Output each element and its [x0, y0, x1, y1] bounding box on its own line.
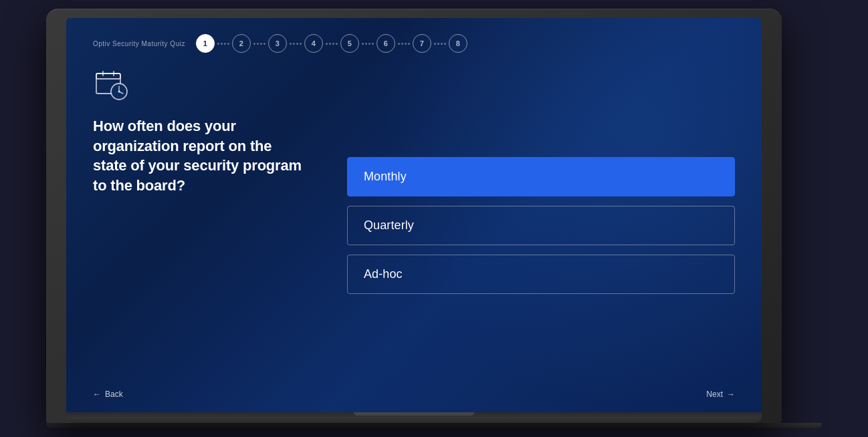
option-quarterly[interactable]: Quarterly	[347, 206, 735, 245]
step-6-number: 6	[384, 39, 388, 47]
question-icon	[93, 66, 133, 103]
step-1-number: 1	[203, 39, 207, 47]
quiz-label: Optiv Security Maturity Quiz	[93, 40, 185, 47]
step-2[interactable]: 2	[232, 34, 251, 53]
step-dots-4-5	[323, 43, 340, 45]
screen: Optiv Security Maturity Quiz 1 2	[66, 18, 762, 412]
step-dots-1-2	[215, 43, 232, 45]
step-dots-5-6	[359, 43, 376, 45]
option-monthly-label: Monthly	[364, 170, 407, 184]
step-navigation: 1 2	[196, 34, 467, 53]
step-2-number: 2	[239, 39, 243, 47]
step-5[interactable]: 5	[340, 34, 359, 53]
step-4-number: 4	[312, 39, 316, 47]
next-arrow-icon: →	[727, 390, 735, 399]
step-1[interactable]: 1	[196, 34, 215, 53]
laptop-body: Optiv Security Maturity Quiz 1 2	[46, 9, 782, 423]
left-panel: How often does your organization report …	[93, 66, 307, 384]
step-5-number: 5	[348, 39, 352, 47]
back-button[interactable]: ← Back	[93, 390, 123, 399]
option-monthly[interactable]: Monthly	[347, 157, 735, 196]
step-7-number: 7	[420, 39, 424, 47]
step-6[interactable]: 6	[376, 34, 395, 53]
laptop-container: Optiv Security Maturity Quiz 1 2	[46, 9, 822, 428]
step-dots-3-4	[287, 43, 304, 45]
next-label: Next	[706, 390, 723, 399]
calendar-clock-icon	[95, 68, 131, 102]
step-7[interactable]: 7	[413, 34, 431, 53]
option-quarterly-label: Quarterly	[364, 218, 414, 233]
quiz-footer: ← Back Next →	[93, 384, 735, 399]
laptop-base	[66, 412, 762, 423]
step-dots-6-7	[395, 43, 413, 45]
step-8-number: 8	[456, 39, 460, 47]
step-dots-2-3	[251, 43, 268, 45]
laptop-base-bottom	[46, 423, 822, 428]
screen-bezel: Optiv Security Maturity Quiz 1 2	[66, 18, 762, 412]
main-content: How often does your organization report …	[93, 66, 735, 384]
next-button[interactable]: Next →	[706, 390, 735, 399]
step-4[interactable]: 4	[304, 34, 323, 53]
quiz-header: Optiv Security Maturity Quiz 1 2	[93, 34, 735, 53]
svg-rect-1	[96, 74, 120, 79]
step-3-number: 3	[276, 39, 280, 47]
step-dots-7-8	[431, 43, 449, 45]
option-adhoc-label: Ad-hoc	[364, 267, 403, 281]
option-adhoc[interactable]: Ad-hoc	[347, 255, 735, 294]
back-arrow-icon: ←	[93, 390, 101, 399]
answer-options: Monthly Quarterly Ad-hoc	[347, 66, 735, 384]
svg-point-7	[118, 90, 120, 92]
step-8[interactable]: 8	[449, 34, 467, 53]
back-label: Back	[105, 390, 123, 399]
question-text: How often does your organization report …	[93, 116, 307, 196]
step-3[interactable]: 3	[268, 34, 287, 53]
